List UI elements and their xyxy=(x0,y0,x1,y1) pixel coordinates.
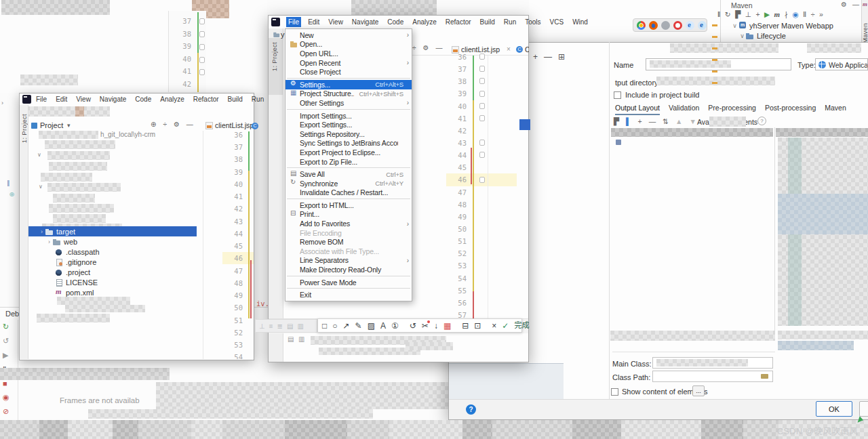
file-menu-item[interactable]: Export to Zip File... xyxy=(285,157,412,167)
project-stripe-tab[interactable]: 1: Project xyxy=(271,42,278,71)
layout-toolbar[interactable]: ▛▌+—⇅▲▼ xyxy=(614,118,696,125)
file-menu-item[interactable]: Synchronize Ctrl+Alt+Y xyxy=(285,179,412,188)
move-up-icon[interactable]: ▲ xyxy=(675,118,682,125)
confirm-icon[interactable]: ✓ xyxy=(502,322,509,330)
dialog-tab[interactable]: Output Layout xyxy=(615,104,660,115)
menu-item[interactable]: Build xyxy=(226,94,245,104)
copy-artifact-icon[interactable]: ⊞ xyxy=(558,53,565,61)
file-menu-item[interactable]: Remove BOM xyxy=(285,237,412,247)
maven-stripe-tab[interactable]: Maven xyxy=(861,23,868,43)
pin-icon[interactable]: ‖ xyxy=(717,11,720,18)
add-artifact-icon[interactable]: + xyxy=(533,53,538,61)
done-button[interactable]: 完成 xyxy=(514,322,529,329)
mosaic-tool-icon[interactable]: ▨ xyxy=(368,322,375,330)
tree-row[interactable]: › target xyxy=(27,226,197,236)
edge-icon[interactable] xyxy=(698,21,707,30)
menu-item[interactable]: Code xyxy=(133,94,153,104)
project-panel-icons[interactable]: ⊕÷⚙— xyxy=(151,121,193,128)
remove-artifact-icon[interactable]: — xyxy=(544,53,552,61)
download-sources-icon[interactable]: ⊥ xyxy=(745,11,751,18)
artifact-list-toolbar[interactable]: +—⊞ xyxy=(533,53,565,61)
project-stripe-tab[interactable]: 1: Project xyxy=(20,114,28,143)
browse-folder-icon[interactable] xyxy=(761,374,768,379)
save-icon[interactable]: ↓ xyxy=(434,322,438,330)
chevron-down-icon[interactable]: ∨ xyxy=(731,22,738,29)
cancel-button[interactable]: Ca xyxy=(859,401,868,417)
menu-item[interactable]: Refactor xyxy=(443,17,473,27)
tree-row[interactable]: › web xyxy=(27,236,77,247)
board-icon[interactable]: ⊟ xyxy=(462,322,469,330)
file-menu-item[interactable]: Open URL... xyxy=(285,49,412,58)
sort-icon[interactable]: ⇅ xyxy=(663,118,669,125)
file-menu-item[interactable]: Import Settings... xyxy=(285,111,412,121)
file-menu-item[interactable]: Make Directory Read-Only xyxy=(285,265,412,274)
rect-tool-icon[interactable]: □ xyxy=(322,322,327,330)
more-icon[interactable]: » xyxy=(819,11,823,18)
resume-icon[interactable]: ▶ xyxy=(3,351,8,360)
editor-bar-icons[interactable]: ÷⚙— xyxy=(412,45,442,51)
ie-icon[interactable] xyxy=(686,21,694,30)
menu-item[interactable]: Run xyxy=(250,94,266,104)
maven-toolbar[interactable]: ‖↻▛⊥+▶m∤◉Ⅱ÷» xyxy=(717,10,823,18)
editor-tab-2[interactable]: Ca xyxy=(525,45,529,54)
menu-item[interactable]: Analyze xyxy=(158,94,186,104)
file-menu-item[interactable]: Line Separators › xyxy=(285,256,412,266)
file-menu-item[interactable]: Other Settings › xyxy=(285,98,412,108)
file-menu-item[interactable]: Settings Repository... xyxy=(285,129,412,139)
chevron-icon[interactable]: › xyxy=(45,238,53,245)
add-maven-project-icon[interactable]: + xyxy=(755,11,760,18)
menu-item[interactable]: Analyze xyxy=(410,17,439,27)
menu-item[interactable]: Run xyxy=(502,17,518,27)
text-tool-icon[interactable]: A xyxy=(380,322,386,330)
menubar-b[interactable]: FileEditViewNavigateCodeAnalyzeRefactorB… xyxy=(286,17,590,27)
undo-icon[interactable]: ↺ xyxy=(410,322,416,330)
opera-icon[interactable] xyxy=(673,21,682,30)
cancel-icon[interactable]: × xyxy=(492,322,496,330)
chevron-icon[interactable]: › xyxy=(38,228,45,235)
dialog-tab[interactable]: Post-processing xyxy=(765,104,816,115)
file-menu-item[interactable]: Invalidate Caches / Restart... xyxy=(285,188,412,198)
show-content-checkbox[interactable] xyxy=(611,388,618,396)
menu-item[interactable]: File xyxy=(286,17,301,27)
menu-item[interactable]: Navigate xyxy=(98,94,128,104)
bookmark-icon[interactable]: ⊡ xyxy=(474,322,481,330)
breakpoints-icon[interactable]: ◉ xyxy=(3,393,9,402)
file-menu-item[interactable]: Settings... Ctrl+Alt+S xyxy=(285,80,412,89)
arrow-tool-icon[interactable]: ↗ xyxy=(343,322,350,330)
collapse-all-icon[interactable]: ÷ xyxy=(811,11,815,18)
menu-item[interactable]: Edit xyxy=(306,17,321,27)
tree-row[interactable]: .project xyxy=(27,267,90,277)
ellipse-tool-icon[interactable]: ○ xyxy=(332,322,337,330)
file-menu-item[interactable]: Export Project to Eclipse... xyxy=(285,148,412,157)
tree-row[interactable]: LICENSE xyxy=(27,277,98,287)
menu-item[interactable]: Navigate xyxy=(350,17,380,27)
extract-icon[interactable]: ▌ xyxy=(626,118,631,125)
mute-breakpoints-icon[interactable]: ⊘ xyxy=(3,407,9,416)
tab-close-icon[interactable]: × xyxy=(245,121,250,129)
run-maven-icon[interactable]: ▶ xyxy=(764,11,770,18)
reimport-icon[interactable]: ↻ xyxy=(725,11,731,18)
pin-screen-icon[interactable]: ▦ xyxy=(443,322,451,330)
refresh-icon[interactable]: ↺ xyxy=(3,337,9,346)
file-menu-item[interactable]: Exit xyxy=(285,290,412,299)
more-button[interactable]: ... xyxy=(692,385,705,396)
dialog-tab[interactable]: Maven xyxy=(825,104,846,115)
maven-tree-row[interactable]: ∨ yhServer Maven Webapp xyxy=(720,20,833,30)
file-menu-item[interactable]: Associate with File Type... xyxy=(285,247,412,256)
add-copy-icon[interactable]: ▛ xyxy=(614,118,619,125)
remove-element-icon[interactable]: — xyxy=(649,118,656,125)
menu-item[interactable]: Code xyxy=(385,17,406,27)
menu-item[interactable]: VCS xyxy=(548,17,566,27)
rerun-icon[interactable]: ↻ xyxy=(3,322,9,331)
skip-tests-icon[interactable]: ∤ xyxy=(785,11,788,18)
menu-item[interactable]: File xyxy=(34,94,49,104)
file-menu-item[interactable]: Project Structure... Ctrl+Alt+Shift+S xyxy=(285,89,412,99)
file-menu-item[interactable]: Close Project xyxy=(285,67,412,77)
type-select[interactable]: Web Applicati xyxy=(815,58,868,70)
dialog-tab[interactable]: Validation xyxy=(669,104,699,115)
class-path-input[interactable] xyxy=(652,371,773,382)
tab-close-icon[interactable]: × xyxy=(507,45,511,53)
maven-goal-icon[interactable]: m xyxy=(774,10,781,18)
tree-row[interactable]: .classpath xyxy=(27,247,100,257)
menu-item[interactable]: Tools xyxy=(523,17,542,27)
